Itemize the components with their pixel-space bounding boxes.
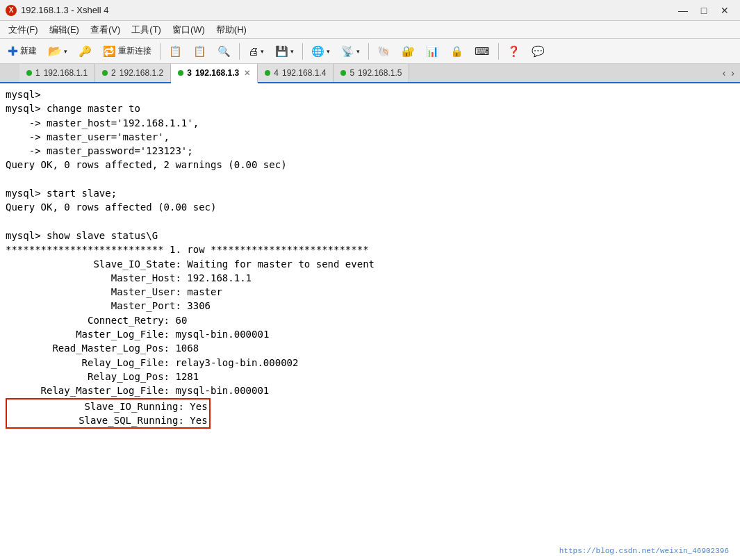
open-arrow: ▾ <box>64 48 67 55</box>
find-icon: 🔍 <box>217 45 231 58</box>
tab-dot-3 <box>178 70 183 76</box>
terminal-button[interactable]: 📡▾ <box>336 42 365 60</box>
tab-3[interactable]: 3 192.168.1.3 ✕ <box>171 64 258 83</box>
menu-bar: 文件(F) 编辑(E) 查看(V) 工具(T) 窗口(W) 帮助(H) <box>0 21 740 39</box>
toolbar-sep-2 <box>239 43 240 60</box>
paste-button[interactable]: 📋 <box>188 42 211 60</box>
terminal-area[interactable]: mysql> mysql> change master to -> master… <box>0 83 740 560</box>
copy-icon: 📋 <box>169 45 182 58</box>
new-icon: ✚ <box>8 44 18 59</box>
terminal-output: mysql> mysql> change master to -> master… <box>6 88 734 429</box>
window-title: 192.168.1.3 - Xshell 4 <box>21 5 108 15</box>
app-icon: X <box>6 5 17 16</box>
tab-number-1: 1 <box>35 68 40 78</box>
transfer-icon: 💾 <box>275 45 288 58</box>
tab-number-4: 4 <box>274 68 279 78</box>
print-button[interactable]: 🖨▾ <box>243 42 269 60</box>
tab-number-5: 5 <box>350 68 354 78</box>
help-icon: ❓ <box>507 45 520 58</box>
chat-button[interactable]: 💬 <box>527 42 550 60</box>
tab-nav: ‹ › <box>717 64 740 82</box>
tab-label-1: 192.168.1.1 <box>44 68 88 78</box>
tab-number-2: 2 <box>111 68 116 78</box>
title-bar-left: X 192.168.1.3 - Xshell 4 <box>6 5 108 16</box>
grid-button[interactable]: 📊 <box>421 42 444 60</box>
open-button[interactable]: 📂 ▾ <box>43 42 72 60</box>
close-button[interactable]: ✕ <box>715 3 734 18</box>
tab-dot-4 <box>265 70 270 76</box>
tab-1[interactable]: 1 192.168.1.1 <box>19 64 95 82</box>
lock-icon: 🔒 <box>450 45 463 58</box>
minimize-button[interactable]: — <box>673 3 693 18</box>
new-button[interactable]: ✚ 新建 <box>3 41 42 62</box>
grid-icon: 📊 <box>426 45 439 58</box>
tab-label-2: 192.168.1.2 <box>120 68 163 78</box>
find-button[interactable]: 🔍 <box>213 42 236 60</box>
paste-icon: 📋 <box>193 45 206 58</box>
folder-icon: 📂 <box>48 44 62 58</box>
sftp-button[interactable]: 🐚 <box>372 42 395 60</box>
copy-button[interactable]: 📋 <box>164 42 187 60</box>
toolbar: ✚ 新建 📂 ▾ 🔑 🔁 重新连接 📋 📋 🔍 🖨▾ 💾▾ 🌐▾ 📡▾ 🐚 🔐 … <box>0 39 740 64</box>
reconnect-button[interactable]: 🔁 重新连接 <box>98 42 156 60</box>
tab-label-5: 192.168.1.5 <box>358 68 402 78</box>
tab-nav-next[interactable]: › <box>728 67 737 79</box>
tab-4[interactable]: 4 192.168.1.4 <box>258 64 334 82</box>
menu-window[interactable]: 窗口(W) <box>167 22 211 38</box>
menu-view[interactable]: 查看(V) <box>85 22 126 38</box>
maximize-button[interactable]: □ <box>694 3 714 18</box>
tab-dot-2 <box>102 70 108 76</box>
chat-icon: 💬 <box>532 45 545 58</box>
tab-nav-prev[interactable]: ‹ <box>720 67 729 79</box>
new-label: 新建 <box>20 45 37 57</box>
slave-io-running-highlight: Slave_IO_Running: Yes Slave_SQL_Running:… <box>6 398 211 429</box>
menu-file[interactable]: 文件(F) <box>3 22 44 38</box>
toolbar-sep-5 <box>498 43 499 60</box>
tabs-bar: 1 192.168.1.1 2 192.168.1.2 3 192.168.1.… <box>0 64 740 83</box>
connect-icon: 🔐 <box>402 45 415 58</box>
key-button[interactable]: 🔑 <box>74 42 97 60</box>
globe-button[interactable]: 🌐▾ <box>306 42 335 60</box>
toolbar-sep-3 <box>302 43 303 60</box>
lock-button[interactable]: 🔒 <box>445 42 468 60</box>
menu-help[interactable]: 帮助(H) <box>211 22 252 38</box>
tab-label-4: 192.168.1.4 <box>282 68 326 78</box>
globe-icon: 🌐 <box>311 45 324 58</box>
tab-5[interactable]: 5 192.168.1.5 <box>334 64 409 82</box>
key-icon: 🔑 <box>79 45 92 58</box>
connect-button[interactable]: 🔐 <box>397 42 420 60</box>
window-controls: — □ ✕ <box>673 3 734 18</box>
reconnect-label: 重新连接 <box>118 45 151 57</box>
sftp-icon: 🐚 <box>377 45 390 58</box>
tab-dot-5 <box>340 70 346 76</box>
keyboard-button[interactable]: ⌨ <box>470 42 495 60</box>
toolbar-sep-1 <box>160 43 161 60</box>
title-bar: X 192.168.1.3 - Xshell 4 — □ ✕ <box>0 0 740 21</box>
menu-tools[interactable]: 工具(T) <box>126 22 167 38</box>
tab-label-3: 192.168.1.3 <box>195 68 239 78</box>
toolbar-sep-4 <box>368 43 369 60</box>
reconnect-icon: 🔁 <box>103 45 116 58</box>
tab-2[interactable]: 2 192.168.1.2 <box>95 64 171 82</box>
help-button[interactable]: ❓ <box>502 42 525 60</box>
terminal-icon: 📡 <box>341 45 354 58</box>
keyboard-icon: ⌨ <box>475 45 490 58</box>
tab-close-3[interactable]: ✕ <box>244 69 250 78</box>
tab-dot-1 <box>26 70 32 76</box>
menu-edit[interactable]: 编辑(E) <box>44 22 85 38</box>
transfer-button[interactable]: 💾▾ <box>270 42 299 60</box>
watermark: https://blog.csdn.net/weixin_46902396 <box>559 546 729 557</box>
tab-number-3: 3 <box>187 68 192 78</box>
print-icon: 🖨 <box>248 45 258 57</box>
